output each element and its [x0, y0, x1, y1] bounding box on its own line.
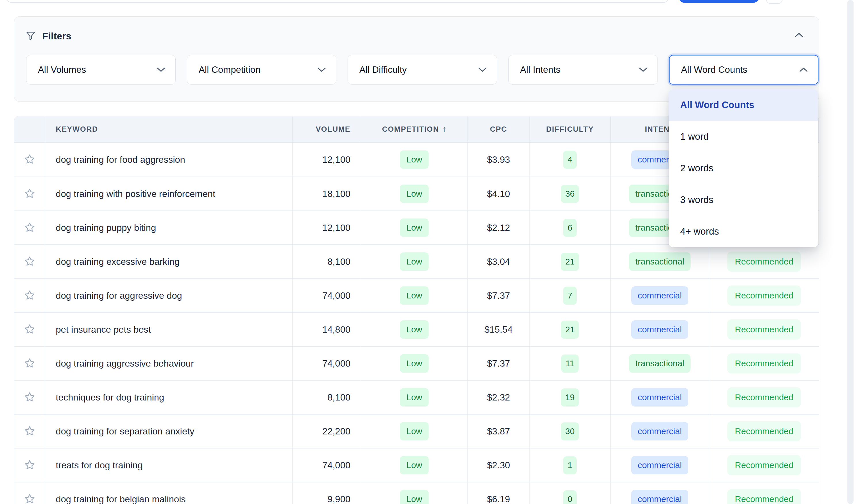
- star-icon: [23, 493, 36, 504]
- filter-funnel-icon: [26, 31, 36, 42]
- difficulty-badge: 19: [561, 388, 579, 406]
- header-volume[interactable]: VOLUME: [292, 116, 361, 142]
- favorite-cell[interactable]: [14, 279, 45, 312]
- vertical-scrollbar[interactable]: [847, 0, 854, 504]
- cpc-cell: $7.37: [468, 279, 529, 312]
- competition-cell: Low: [361, 279, 468, 312]
- competition-cell: Low: [361, 142, 468, 177]
- cpc-cell: $3.04: [468, 245, 529, 278]
- filter-dropdown[interactable]: All Volumes: [26, 55, 176, 85]
- competition-badge: Low: [400, 422, 428, 440]
- competition-badge: Low: [400, 150, 428, 169]
- intent-cell: commercial: [610, 415, 709, 448]
- header-cpc[interactable]: CPC: [468, 116, 529, 142]
- header-difficulty[interactable]: DIFFICULTY: [529, 116, 610, 142]
- cpc-cell: $15.54: [468, 313, 529, 346]
- competition-cell: Low: [361, 347, 468, 380]
- volume-cell: 8,100: [292, 245, 361, 278]
- difficulty-cell: 7: [529, 279, 610, 312]
- difficulty-badge: 7: [563, 287, 576, 305]
- difficulty-cell: 19: [529, 381, 610, 414]
- filter-dropdown[interactable]: All Difficulty: [348, 55, 497, 85]
- filter-dropdown-label: All Word Counts: [681, 64, 747, 75]
- table-row[interactable]: dog training aggressive behaviour 74,000…: [14, 346, 819, 380]
- competition-badge: Low: [400, 252, 428, 271]
- word-count-option[interactable]: 4+ words: [669, 216, 818, 247]
- competition-badge: Low: [400, 185, 428, 203]
- recommendation-cell: Recommended: [709, 245, 819, 278]
- table-row[interactable]: treats for dog training 74,000 Low $2.30…: [14, 448, 819, 482]
- favorite-cell[interactable]: [14, 211, 45, 245]
- word-count-option[interactable]: 3 words: [669, 184, 818, 216]
- keyword-cell: dog training with positive reinforcement: [45, 177, 292, 211]
- table-row[interactable]: dog training for separation anxiety 22,2…: [14, 414, 819, 448]
- word-count-option[interactable]: 2 words: [669, 152, 818, 184]
- favorite-cell[interactable]: [14, 245, 45, 278]
- search-input[interactable]: [5, 0, 670, 3]
- filter-dropdown-row: All Volumes All Competition All Difficul…: [26, 55, 819, 85]
- search-button[interactable]: [678, 0, 759, 3]
- intent-cell: transactional: [610, 245, 709, 278]
- favorite-cell[interactable]: [14, 449, 45, 482]
- recommended-badge: Recommended: [727, 489, 801, 504]
- favorite-cell[interactable]: [14, 347, 45, 380]
- recommended-badge: Recommended: [727, 285, 801, 306]
- competition-cell: Low: [361, 381, 468, 414]
- volume-cell: 22,200: [292, 415, 361, 448]
- toolbar-square-button[interactable]: [766, 0, 783, 4]
- competition-cell: Low: [361, 177, 468, 211]
- volume-cell: 8,100: [292, 381, 361, 414]
- table-row[interactable]: dog training for aggressive dog 74,000 L…: [14, 278, 819, 312]
- table-row[interactable]: pet insurance pets best 14,800 Low $15.5…: [14, 312, 819, 346]
- chevron-down-icon: [639, 67, 648, 72]
- favorite-cell[interactable]: [14, 415, 45, 448]
- star-icon: [23, 391, 36, 404]
- chevron-down-icon: [156, 67, 166, 72]
- table-row[interactable]: dog training excessive barking 8,100 Low…: [14, 245, 819, 278]
- difficulty-badge: 21: [561, 321, 579, 339]
- recommendation-cell: Recommended: [709, 381, 819, 414]
- recommended-badge: Recommended: [727, 353, 801, 373]
- volume-cell: 14,800: [292, 313, 361, 346]
- filter-dropdown[interactable]: All Intents: [508, 55, 658, 85]
- competition-cell: Low: [361, 211, 468, 245]
- difficulty-badge: 11: [561, 354, 578, 373]
- cpc-cell: $2.30: [468, 449, 529, 482]
- difficulty-badge: 1: [563, 456, 576, 474]
- table-row[interactable]: dog training for belgian malinois 9,900 …: [14, 482, 819, 504]
- favorite-cell[interactable]: [14, 142, 45, 177]
- recommendation-cell: Recommended: [709, 279, 819, 312]
- chevron-up-icon: [799, 67, 808, 72]
- filter-dropdown[interactable]: All Competition: [187, 55, 336, 85]
- recommendation-cell: Recommended: [709, 483, 819, 504]
- sort-ascending-icon: ↑: [442, 124, 447, 134]
- header-competition[interactable]: COMPETITION↑: [361, 116, 468, 142]
- favorite-cell[interactable]: [14, 381, 45, 414]
- favorite-cell[interactable]: [14, 177, 45, 211]
- star-icon: [23, 255, 36, 268]
- volume-cell: 74,000: [292, 449, 361, 482]
- competition-badge: Low: [400, 388, 428, 406]
- header-keyword[interactable]: KEYWORD: [45, 116, 292, 142]
- star-icon: [23, 153, 36, 166]
- cpc-cell: $4.10: [468, 177, 529, 211]
- table-row[interactable]: techniques for dog training 8,100 Low $2…: [14, 380, 819, 414]
- competition-badge: Low: [400, 219, 428, 237]
- favorite-cell[interactable]: [14, 483, 45, 504]
- difficulty-cell: 30: [529, 415, 610, 448]
- intent-badge: commercial: [631, 490, 688, 504]
- word-count-option[interactable]: 1 word: [669, 121, 818, 152]
- volume-cell: 74,000: [292, 279, 361, 312]
- difficulty-badge: 21: [561, 253, 579, 271]
- word-count-option[interactable]: All Word Counts: [669, 89, 818, 121]
- filters-collapse-button[interactable]: [792, 29, 806, 41]
- keyword-cell: treats for dog training: [45, 449, 292, 482]
- difficulty-cell: 6: [529, 211, 610, 245]
- keyword-cell: dog training for separation anxiety: [45, 415, 292, 448]
- filters-header: Filters: [26, 27, 806, 46]
- favorite-cell[interactable]: [14, 313, 45, 346]
- filter-dropdown[interactable]: All Word Counts: [669, 55, 819, 85]
- intent-badge: commercial: [631, 320, 688, 339]
- cpc-cell: $3.87: [468, 415, 529, 448]
- star-icon: [23, 357, 36, 370]
